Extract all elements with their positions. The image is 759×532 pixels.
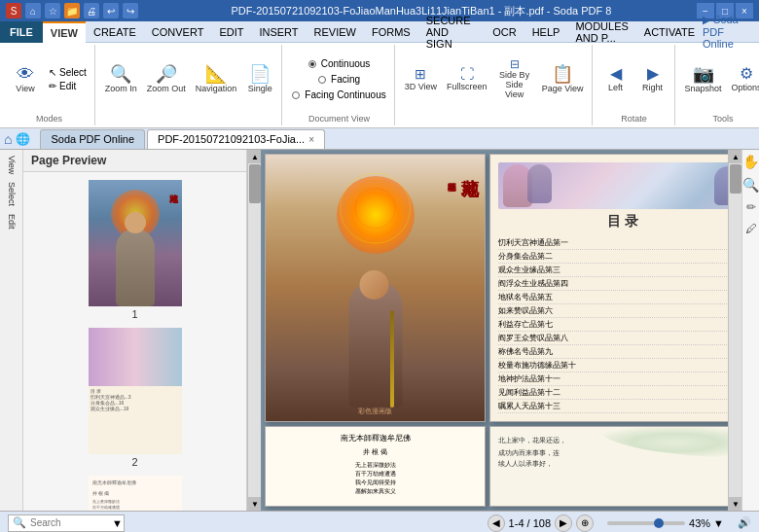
facing-button[interactable]: Facing <box>314 73 364 86</box>
select-mode-side-button[interactable]: Select <box>5 180 18 208</box>
page-2-thumb[interactable]: 目 录 忉利天宫神通品...3 分身集会品...16 观众生业缘品...19 2 <box>89 328 182 468</box>
facing-continuous-radio <box>292 91 300 99</box>
scroll-thumb[interactable] <box>249 164 261 203</box>
toc-item-name: 观众生业缘品第三 <box>498 265 560 275</box>
modules-menu-item[interactable]: MODULES AND P... <box>567 21 635 43</box>
insert-menu-item[interactable]: INSERT <box>251 21 306 43</box>
next-page-button[interactable]: ▶ <box>555 514 572 532</box>
page-3-image: 南无本師釋迦牟尼佛 井 根 偈 无上甚深微妙法 百千万劫难遭遇 <box>89 476 182 511</box>
zoom-thumb[interactable] <box>654 518 664 528</box>
snapshot-button[interactable]: 📷 Snapshot <box>681 63 726 95</box>
content-scroll-thumb[interactable] <box>730 164 741 194</box>
file-menu-button[interactable]: FILE <box>0 21 43 43</box>
zoom-in-button[interactable]: 🔍 Zoom In <box>101 63 141 95</box>
scroll-down-button[interactable]: ▼ <box>248 497 262 511</box>
tab-label-soda: Soda PDF Online <box>51 133 134 145</box>
pdf-page-3[interactable]: 南无本師釋迦牟尼佛 井 根 偈 无上甚深微妙法 百千万劫难遭遇 我今见闻得受持 … <box>265 426 486 507</box>
scroll-up-button[interactable]: ▲ <box>248 150 262 163</box>
snapshot-icon: 📷 <box>693 65 714 83</box>
hand-tool-button[interactable]: ✋ <box>742 154 759 169</box>
zoom-tool-button[interactable]: 🔍 <box>742 177 759 193</box>
zoom-in-icon: 🔍 <box>110 65 131 83</box>
content-scroll-up[interactable]: ▲ <box>729 150 742 163</box>
single-page-icon: 📄 <box>249 65 271 83</box>
page-1-thumb[interactable]: 地藏 1 <box>89 180 182 320</box>
rotate-tools: ◀ Left ▶ Right <box>598 47 670 112</box>
side-by-side-button[interactable]: ⊟ Side By Side View <box>493 56 536 102</box>
right-tools-panel: ✋ 🔍 ✏ 🖊 <box>741 150 759 511</box>
speaker-icon[interactable]: 🔊 <box>738 516 751 529</box>
edit-mode-side-button[interactable]: Edit <box>5 212 18 231</box>
view-mode-side-button[interactable]: View <box>5 154 18 176</box>
view-menu-item[interactable]: VIEW <box>43 21 86 43</box>
home-nav-icon[interactable]: ⌂ <box>4 131 12 147</box>
pen-tool-button[interactable]: ✏ <box>746 200 756 214</box>
search-dropdown-icon[interactable]: ▼ <box>112 517 123 529</box>
rotate-left-button[interactable]: ◀ Left <box>598 64 633 94</box>
page-2-number: 2 <box>131 456 137 468</box>
zoom-tools: 🔍 Zoom In 🔎 Zoom Out 📐 Navigation 📄 Sing… <box>101 47 278 112</box>
fit-page-button[interactable]: ⊕ <box>576 514 594 532</box>
title-bar: S ⌂ ☆ 📁 🖨 ↩ ↪ PDF-20150721092103-FoJiaoM… <box>0 0 759 21</box>
single-view-button[interactable]: 📄 Single <box>242 63 277 95</box>
toc-item: 地狱名号品第五39 <box>498 291 746 304</box>
page-view-button[interactable]: 📋 Page View <box>538 63 588 95</box>
home-icon-btn[interactable]: ⌂ <box>25 3 41 18</box>
search-container[interactable]: 🔍 ▼ <box>8 514 125 532</box>
toc-item: 阎罗王众赞叹品第八56 <box>498 332 746 345</box>
title-bar-app-icons: S ⌂ ☆ 📁 🖨 ↩ ↪ <box>6 3 138 18</box>
help-menu-item[interactable]: HELP <box>524 21 568 43</box>
toc-item-name: 嘱累人天品第十三 <box>498 401 560 411</box>
zoom-out-button[interactable]: 🔎 Zoom Out <box>143 63 190 95</box>
highlight-tool-button[interactable]: 🖊 <box>745 222 757 235</box>
3d-view-button[interactable]: ⊞ 3D View <box>401 65 441 93</box>
content-scroll-down[interactable]: ▼ <box>729 497 742 511</box>
page-4-content: 北上家中，花果还远， 成功内而来事事，连 续人人以承事好， <box>490 427 754 506</box>
review-menu-item[interactable]: REVIEW <box>307 21 364 43</box>
buddha-staff <box>390 310 394 408</box>
page-preview-content[interactable]: 地藏 1 目 录 忉利天宫神通品...3 分身集会品...16 观众生业缘品..… <box>23 172 246 511</box>
view-mode-button[interactable]: 👁 View <box>8 63 43 95</box>
tab-close-button[interactable]: × <box>308 134 314 145</box>
create-menu-item[interactable]: CREATE <box>86 21 144 43</box>
options-icon: ⚙ <box>740 66 753 82</box>
facing-continuous-button[interactable]: Facing Continuous <box>288 89 389 101</box>
options-button[interactable]: ⚙ Options <box>728 64 759 94</box>
pdf-document-tab[interactable]: PDF-20150721092103-FoJia... × <box>147 129 325 149</box>
undo-icon-btn[interactable]: ↩ <box>103 3 119 18</box>
edit-menu-item[interactable]: EDIT <box>211 21 251 43</box>
print-icon-btn[interactable]: 🖨 <box>84 3 99 18</box>
toc-list: 忉利天宫神通品第一3分身集会品第二16观众生业缘品第三19阎浮众生业感品第四25… <box>498 236 746 413</box>
continuous-button[interactable]: Continuous <box>305 57 375 70</box>
page-3-thumb[interactable]: 南无本師釋迦牟尼佛 井 根 偈 无上甚深微妙法 百千万劫难遭遇 3 <box>89 476 182 511</box>
toc-header: 目 录 <box>498 213 746 231</box>
ocr-menu-item[interactable]: OCR <box>485 21 524 43</box>
prev-page-button[interactable]: ◀ <box>488 514 505 532</box>
secure-menu-item[interactable]: SECURE AND SIGN <box>418 21 486 43</box>
pdf-page-1[interactable]: 地藏 菩薩本願功德經 彩色漫画版 <box>265 154 486 422</box>
select-mode-button[interactable]: ↖ Select <box>45 66 90 79</box>
search-input[interactable] <box>30 517 108 528</box>
preview-scrollbar[interactable]: ▲ ▼ <box>247 150 261 511</box>
zoom-level-label[interactable]: 43% ▼ <box>689 517 724 529</box>
soda-online-tab[interactable]: Soda PDF Online <box>40 129 145 149</box>
convert-menu-item[interactable]: CONVERT <box>144 21 212 43</box>
activate-menu-item[interactable]: ACTIVATE <box>636 21 703 43</box>
toc-item: 如来赞叹品第六42 <box>498 304 746 318</box>
edit-mode-button[interactable]: ✏ Edit <box>45 80 90 92</box>
deco-figure-2 <box>527 164 552 203</box>
rotate-right-button[interactable]: ▶ Right <box>635 64 670 94</box>
buddha-head-thumb <box>125 212 146 233</box>
forms-menu-item[interactable]: FORMS <box>364 21 418 43</box>
pdf-page-2[interactable]: 目 录 忉利天宫神通品第一3分身集会品第二16观众生业缘品第三19阎浮众生业感品… <box>489 154 755 422</box>
globe-nav-icon[interactable]: 🌐 <box>16 132 30 146</box>
status-nav: ◀ 1-4 / 108 ▶ ⊕ <box>488 514 594 532</box>
star-icon-btn[interactable]: ☆ <box>45 3 60 18</box>
redo-icon-btn[interactable]: ↪ <box>123 3 138 18</box>
pdf-page-4[interactable]: 北上家中，花果还远， 成功内而来事事，连 续人人以承事好， <box>489 426 755 507</box>
fullscreen-button[interactable]: ⛶ Fullscreen <box>443 65 491 93</box>
folder-icon-btn[interactable]: 📁 <box>64 3 80 18</box>
navigation-button[interactable]: 📐 Navigation <box>192 63 241 95</box>
zoom-slider[interactable] <box>607 521 685 525</box>
window-title: PDF-20150721092103-FoJiaoManHua3Li11Jian… <box>146 4 697 18</box>
